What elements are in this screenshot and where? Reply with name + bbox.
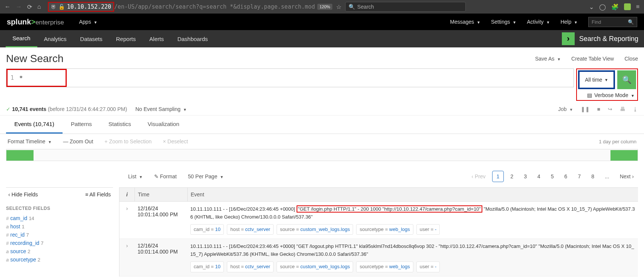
kv-source[interactable]: source = custom_web_logs.logs	[277, 261, 353, 272]
bookmark-icon[interactable]: ☆	[336, 3, 341, 11]
hamburger-icon[interactable]: ≡	[636, 3, 639, 10]
lock-broken-icon: 🔓	[58, 4, 65, 10]
run-search-button[interactable]: 🔍	[617, 70, 636, 89]
share-icon[interactable]: ↪	[608, 106, 612, 112]
event-raw[interactable]: 10.11.110.111 - - [16/Dec/2024:23:46:45 …	[187, 239, 638, 276]
url-path[interactable]: /en-US/app/search/search?q=search *&disp…	[114, 3, 315, 10]
col-time[interactable]: Time	[135, 188, 187, 201]
timeline-chart[interactable]	[6, 149, 638, 161]
timeline-scale: 1 day per column	[599, 139, 636, 144]
close-button[interactable]: Close	[624, 56, 638, 62]
kv-source[interactable]: source = custom_web_logs.logs	[277, 224, 353, 235]
event-row: ›12/16/2410:01:14.000 PM10.11.110.111 - …	[119, 202, 638, 239]
zoom-out[interactable]: — Zoom Out	[63, 138, 93, 144]
browser-search[interactable]: 🔍 Search	[345, 2, 466, 12]
page-4[interactable]: 4	[533, 171, 545, 182]
caret-down-icon: ▼	[94, 20, 98, 24]
settings-menu[interactable]: Settings ▼	[491, 19, 516, 25]
format-timeline[interactable]: Format Timeline ▼	[8, 138, 52, 144]
tab-visualization[interactable]: Visualization	[139, 115, 188, 134]
next-page[interactable]: Next ›	[616, 171, 638, 182]
nav-reports[interactable]: Reports	[109, 30, 143, 47]
search-icon: 🔍	[349, 4, 355, 10]
page-3[interactable]: 3	[520, 171, 531, 182]
export-icon[interactable]: ⭳	[633, 106, 638, 112]
tab-patterns[interactable]: Patterns	[63, 115, 100, 134]
kv-cam_id[interactable]: cam_id = 10	[190, 261, 224, 272]
nav-dashboards[interactable]: Dashboards	[171, 30, 215, 47]
find-input[interactable]: Find🔍	[588, 17, 637, 27]
search-icon: 🔍	[622, 75, 632, 84]
page-8[interactable]: 8	[587, 171, 598, 182]
field-cam_id[interactable]: #cam_id14	[6, 214, 113, 222]
nav-search[interactable]: Search	[6, 30, 37, 47]
field-host[interactable]: ahost1	[6, 222, 113, 231]
list-view-menu[interactable]: List ▼	[128, 173, 143, 179]
field-source[interactable]: asource2	[6, 247, 113, 255]
page-more[interactable]: ...	[601, 171, 613, 182]
logo-word: splunk	[7, 18, 31, 26]
per-page-menu[interactable]: 50 Per Page ▼	[188, 173, 224, 179]
event-count: ✓10,741 events (before 12/31/24 6:44:27.…	[6, 106, 127, 112]
tab-statistics[interactable]: Statistics	[100, 115, 139, 134]
print-icon[interactable]: 🖶	[620, 106, 625, 112]
all-fields[interactable]: ≡ All Fields	[85, 191, 111, 197]
prev-page: ‹ Prev	[467, 171, 490, 182]
account-icon[interactable]: ◯	[599, 3, 606, 11]
activity-menu[interactable]: Activity ▼	[527, 19, 550, 25]
hide-fields[interactable]: ‹ Hide Fields	[8, 191, 38, 197]
create-table-view[interactable]: Create Table View	[571, 56, 614, 62]
job-menu[interactable]: Job ▼	[558, 106, 573, 112]
forward-icon[interactable]: →	[16, 3, 22, 10]
kv-sourcetype[interactable]: sourcetype = web_logs	[356, 224, 413, 235]
kv-user[interactable]: user = -	[416, 261, 440, 272]
col-event: Event	[187, 188, 638, 201]
page-7[interactable]: 7	[574, 171, 585, 182]
timeline-segment	[6, 150, 34, 161]
pagination: ‹ Prev 1 2 3 4 5 6 7 8 ... Next ›	[467, 171, 638, 182]
apps-menu[interactable]: Apps ▼	[79, 19, 98, 25]
extensions-icon[interactable]: 🧩	[611, 3, 619, 11]
kv-cam_id[interactable]: cam_id = 10	[190, 224, 224, 235]
pause-icon[interactable]: ❚❚	[581, 106, 590, 112]
page-2[interactable]: 2	[506, 171, 517, 182]
expand-row[interactable]: ›	[119, 202, 135, 239]
splunk-logo[interactable]: splunk>enterprise	[7, 18, 64, 26]
nav-alerts[interactable]: Alerts	[142, 30, 170, 47]
url-ip[interactable]: 10.10.152.220	[67, 3, 111, 10]
field-rec_id[interactable]: #rec_id7	[6, 231, 113, 239]
kv-host[interactable]: host = cctv_server	[227, 224, 274, 235]
reload-icon[interactable]: ⟳	[27, 3, 32, 11]
page-1[interactable]: 1	[492, 171, 504, 182]
logo-enterprise: enterprise	[35, 19, 64, 26]
query-highlight: 1 *	[6, 69, 67, 87]
expand-row[interactable]: ›	[119, 239, 135, 276]
kv-sourcetype[interactable]: sourcetype = web_logs	[356, 261, 413, 272]
pocket-icon[interactable]: ⌄	[589, 3, 594, 11]
help-menu[interactable]: Help ▼	[560, 19, 578, 25]
tab-events[interactable]: Events (10,741)	[6, 115, 63, 134]
messages-menu[interactable]: Messages ▼	[450, 19, 480, 25]
save-as-menu[interactable]: Save As ▼	[535, 56, 561, 62]
kv-user[interactable]: user = -	[416, 224, 440, 235]
zoom-badge[interactable]: 120%	[317, 4, 332, 10]
stop-icon[interactable]: ■	[597, 106, 600, 112]
field-recording_id[interactable]: #recording_id7	[6, 239, 113, 247]
page-6[interactable]: 6	[560, 171, 572, 182]
event-sampling[interactable]: No Event Sampling ▼	[135, 106, 187, 112]
search-input-box[interactable]: 1 *	[6, 68, 574, 87]
app-title: › Search & Reporting	[562, 32, 638, 45]
nav-datasets[interactable]: Datasets	[73, 30, 109, 47]
search-mode-selector[interactable]: Verbose Mode ▼	[594, 92, 635, 98]
time-range-picker[interactable]: All time ▼	[578, 70, 615, 89]
page-5[interactable]: 5	[547, 171, 558, 182]
back-icon[interactable]: ←	[5, 3, 11, 10]
kv-host[interactable]: host = cctv_server	[227, 261, 274, 272]
event-raw[interactable]: 10.11.110.111 - - [16/Dec/2024:23:46:45 …	[187, 202, 638, 239]
format-events[interactable]: ✎ Format	[154, 173, 177, 179]
nav-analytics[interactable]: Analytics	[37, 30, 73, 47]
profile-avatar[interactable]	[624, 3, 631, 10]
home-icon[interactable]: ⌂	[37, 3, 41, 10]
field-sourcetype[interactable]: asourcetype2	[6, 255, 113, 264]
right-controls-highlight: All time ▼ 🔍 ▤ Verbose Mode ▼	[576, 68, 638, 101]
